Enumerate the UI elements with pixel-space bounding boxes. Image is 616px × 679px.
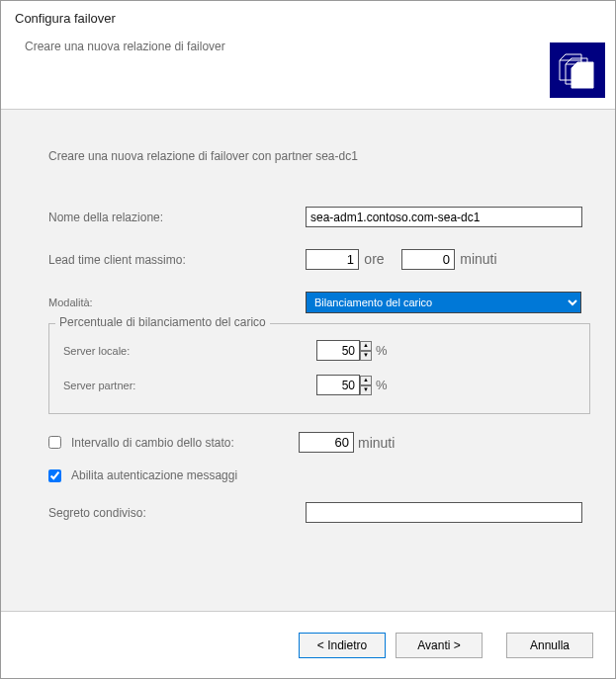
partner-server-input[interactable] xyxy=(316,375,360,395)
state-switch-unit: minuti xyxy=(358,435,395,451)
partner-server-spin-down[interactable]: ▼ xyxy=(360,385,372,395)
window-title: Configura failover xyxy=(15,11,601,26)
intro-text: Creare una nuova relazione di failover c… xyxy=(48,149,585,163)
auth-row: Abilita autenticazione messaggi xyxy=(48,468,585,482)
load-balance-fieldset: Percentuale di bilanciamento del carico … xyxy=(48,323,590,414)
next-button[interactable]: Avanti > xyxy=(396,633,483,658)
folder-icon xyxy=(550,42,605,98)
relation-name-label: Nome della relazione: xyxy=(48,211,306,224)
secret-row: Segreto condiviso: xyxy=(31,502,585,523)
auth-checkbox[interactable] xyxy=(48,469,61,482)
lead-time-minutes-input[interactable] xyxy=(401,249,455,270)
percent-sign: % xyxy=(376,343,388,358)
partner-server-spin-up[interactable]: ▲ xyxy=(360,376,372,385)
state-switch-input[interactable] xyxy=(299,432,354,453)
lead-time-hours-unit: ore xyxy=(364,251,384,267)
window-subtitle: Creare una nuova relazione di failover xyxy=(25,40,601,53)
state-switch-row: Intervallo di cambio dello stato: minuti xyxy=(48,432,585,453)
wizard-footer: < Indietro Avanti > Annulla xyxy=(1,612,615,679)
local-server-input[interactable] xyxy=(316,340,360,361)
lead-time-hours-input[interactable] xyxy=(306,249,359,270)
wizard-body: Creare una nuova relazione di failover c… xyxy=(1,110,615,612)
auth-label: Abilita autenticazione messaggi xyxy=(71,468,237,482)
relation-name-row: Nome della relazione: xyxy=(31,207,585,227)
local-server-label: Server locale: xyxy=(63,345,316,357)
state-switch-checkbox[interactable] xyxy=(48,436,61,449)
relation-name-input[interactable] xyxy=(306,207,582,227)
cancel-button[interactable]: Annulla xyxy=(506,633,593,658)
mode-select[interactable]: Bilanciamento del carico xyxy=(306,292,581,313)
secret-input[interactable] xyxy=(306,502,582,523)
lead-time-row: Lead time client massimo: ore minuti xyxy=(31,249,585,270)
mode-label: Modalità: xyxy=(48,297,306,308)
local-server-spin-down[interactable]: ▼ xyxy=(360,351,372,361)
back-button[interactable]: < Indietro xyxy=(299,633,386,658)
wizard-header: Configura failover Creare una nuova rela… xyxy=(1,1,615,110)
lead-time-label: Lead time client massimo: xyxy=(48,253,306,267)
local-server-spin-up[interactable]: ▲ xyxy=(360,341,372,351)
percent-sign: % xyxy=(376,378,388,392)
secret-label: Segreto condiviso: xyxy=(48,506,306,520)
lead-time-minutes-unit: minuti xyxy=(460,251,496,267)
load-balance-legend: Percentuale di bilanciamento del carico xyxy=(55,315,270,329)
partner-server-label: Server partner: xyxy=(63,380,316,391)
state-switch-label: Intervallo di cambio dello stato: xyxy=(71,436,299,450)
